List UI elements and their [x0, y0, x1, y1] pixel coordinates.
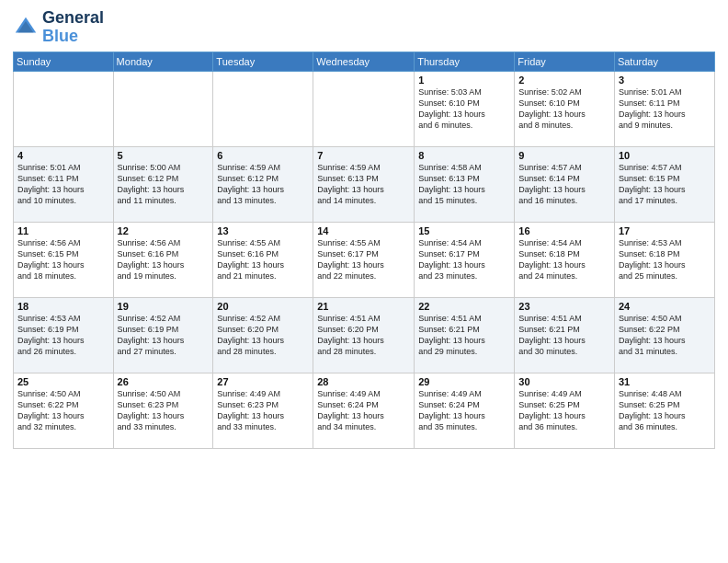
day-info: Sunrise: 4:53 AM Sunset: 6:19 PM Dayligh… [17, 313, 109, 358]
logo-text: General Blue [42, 9, 104, 46]
weekday-friday: Friday [515, 52, 615, 71]
calendar-cell [213, 71, 313, 146]
day-number: 20 [217, 301, 309, 312]
day-number: 30 [518, 376, 610, 387]
calendar-cell: 21Sunrise: 4:51 AM Sunset: 6:20 PM Dayli… [313, 297, 415, 373]
calendar-cell: 20Sunrise: 4:52 AM Sunset: 6:20 PM Dayli… [213, 297, 313, 373]
calendar-cell: 17Sunrise: 4:53 AM Sunset: 6:18 PM Dayli… [614, 222, 714, 297]
day-number: 23 [518, 301, 610, 312]
week-row-5: 25Sunrise: 4:50 AM Sunset: 6:22 PM Dayli… [14, 373, 715, 448]
day-info: Sunrise: 4:56 AM Sunset: 6:16 PM Dayligh… [118, 237, 210, 282]
day-number: 19 [118, 301, 210, 312]
calendar-cell: 1Sunrise: 5:03 AM Sunset: 6:10 PM Daylig… [415, 71, 515, 146]
calendar-cell: 24Sunrise: 4:50 AM Sunset: 6:22 PM Dayli… [614, 297, 714, 373]
day-info: Sunrise: 4:56 AM Sunset: 6:15 PM Dayligh… [17, 237, 109, 282]
weekday-monday: Monday [113, 52, 213, 71]
day-info: Sunrise: 5:01 AM Sunset: 6:11 PM Dayligh… [619, 86, 711, 132]
day-number: 21 [317, 301, 410, 312]
week-row-1: 1Sunrise: 5:03 AM Sunset: 6:10 PM Daylig… [14, 71, 715, 146]
weekday-thursday: Thursday [415, 52, 515, 71]
calendar-cell: 11Sunrise: 4:56 AM Sunset: 6:15 PM Dayli… [14, 222, 114, 297]
calendar-cell: 18Sunrise: 4:53 AM Sunset: 6:19 PM Dayli… [14, 297, 114, 373]
day-number: 17 [619, 225, 711, 236]
calendar-cell: 22Sunrise: 4:51 AM Sunset: 6:21 PM Dayli… [415, 297, 515, 373]
calendar-cell: 13Sunrise: 4:55 AM Sunset: 6:16 PM Dayli… [213, 222, 313, 297]
weekday-tuesday: Tuesday [213, 52, 313, 71]
calendar-cell [113, 71, 213, 146]
day-info: Sunrise: 4:54 AM Sunset: 6:18 PM Dayligh… [518, 237, 610, 282]
day-number: 16 [518, 225, 610, 236]
calendar-cell: 15Sunrise: 4:54 AM Sunset: 6:17 PM Dayli… [415, 222, 515, 297]
calendar-cell: 10Sunrise: 4:57 AM Sunset: 6:15 PM Dayli… [614, 146, 714, 222]
day-number: 1 [418, 75, 510, 86]
calendar-cell: 23Sunrise: 4:51 AM Sunset: 6:21 PM Dayli… [515, 297, 615, 373]
calendar-cell: 6Sunrise: 4:59 AM Sunset: 6:12 PM Daylig… [213, 146, 313, 222]
day-number: 4 [17, 150, 109, 161]
day-number: 24 [619, 301, 711, 312]
day-info: Sunrise: 4:50 AM Sunset: 6:23 PM Dayligh… [118, 388, 210, 433]
calendar-cell: 14Sunrise: 4:55 AM Sunset: 6:17 PM Dayli… [313, 222, 415, 297]
day-number: 13 [217, 225, 309, 236]
day-info: Sunrise: 4:57 AM Sunset: 6:14 PM Dayligh… [518, 162, 610, 207]
day-info: Sunrise: 5:02 AM Sunset: 6:10 PM Dayligh… [518, 86, 610, 132]
day-number: 27 [217, 376, 309, 387]
day-number: 12 [118, 225, 210, 236]
day-info: Sunrise: 5:00 AM Sunset: 6:12 PM Dayligh… [118, 162, 210, 207]
day-info: Sunrise: 4:59 AM Sunset: 6:12 PM Dayligh… [217, 162, 309, 207]
weekday-saturday: Saturday [614, 52, 714, 71]
day-info: Sunrise: 4:51 AM Sunset: 6:21 PM Dayligh… [418, 313, 510, 358]
day-info: Sunrise: 4:57 AM Sunset: 6:15 PM Dayligh… [619, 162, 711, 207]
day-info: Sunrise: 4:48 AM Sunset: 6:25 PM Dayligh… [619, 388, 711, 433]
day-info: Sunrise: 4:54 AM Sunset: 6:17 PM Dayligh… [418, 237, 510, 282]
day-info: Sunrise: 4:55 AM Sunset: 6:16 PM Dayligh… [217, 237, 309, 282]
day-info: Sunrise: 4:58 AM Sunset: 6:13 PM Dayligh… [418, 162, 510, 207]
day-info: Sunrise: 4:49 AM Sunset: 6:24 PM Dayligh… [418, 388, 510, 433]
day-info: Sunrise: 4:53 AM Sunset: 6:18 PM Dayligh… [619, 237, 711, 282]
day-info: Sunrise: 5:01 AM Sunset: 6:11 PM Dayligh… [17, 162, 109, 207]
weekday-wednesday: Wednesday [313, 52, 415, 71]
day-info: Sunrise: 4:59 AM Sunset: 6:13 PM Dayligh… [317, 162, 410, 207]
day-info: Sunrise: 4:51 AM Sunset: 6:20 PM Dayligh… [317, 313, 410, 358]
calendar-cell: 4Sunrise: 5:01 AM Sunset: 6:11 PM Daylig… [14, 146, 114, 222]
calendar-cell: 30Sunrise: 4:49 AM Sunset: 6:25 PM Dayli… [515, 373, 615, 448]
day-number: 29 [418, 376, 510, 387]
day-info: Sunrise: 4:49 AM Sunset: 6:25 PM Dayligh… [518, 388, 610, 433]
logo-icon [13, 15, 39, 40]
day-info: Sunrise: 4:50 AM Sunset: 6:22 PM Dayligh… [17, 388, 109, 433]
day-number: 8 [418, 150, 510, 161]
day-number: 11 [17, 225, 109, 236]
day-info: Sunrise: 4:52 AM Sunset: 6:19 PM Dayligh… [118, 313, 210, 358]
day-number: 25 [17, 376, 109, 387]
day-info: Sunrise: 4:49 AM Sunset: 6:23 PM Dayligh… [217, 388, 309, 433]
day-number: 3 [619, 75, 711, 86]
calendar-cell: 5Sunrise: 5:00 AM Sunset: 6:12 PM Daylig… [113, 146, 213, 222]
day-number: 10 [619, 150, 711, 161]
day-number: 7 [317, 150, 410, 161]
calendar-cell [313, 71, 415, 146]
calendar-cell [14, 71, 114, 146]
calendar-cell: 27Sunrise: 4:49 AM Sunset: 6:23 PM Dayli… [213, 373, 313, 448]
day-number: 9 [518, 150, 610, 161]
calendar-cell: 29Sunrise: 4:49 AM Sunset: 6:24 PM Dayli… [415, 373, 515, 448]
day-number: 14 [317, 225, 410, 236]
page-container: General Blue SundayMondayTuesdayWednesda… [0, 0, 728, 563]
day-info: Sunrise: 4:55 AM Sunset: 6:17 PM Dayligh… [317, 237, 410, 282]
week-row-3: 11Sunrise: 4:56 AM Sunset: 6:15 PM Dayli… [14, 222, 715, 297]
calendar-cell: 19Sunrise: 4:52 AM Sunset: 6:19 PM Dayli… [113, 297, 213, 373]
week-row-2: 4Sunrise: 5:01 AM Sunset: 6:11 PM Daylig… [14, 146, 715, 222]
day-info: Sunrise: 4:51 AM Sunset: 6:21 PM Dayligh… [518, 313, 610, 358]
day-number: 15 [418, 225, 510, 236]
page-header: General Blue [13, 9, 715, 46]
calendar-table: SundayMondayTuesdayWednesdayThursdayFrid… [13, 52, 715, 449]
calendar-cell: 26Sunrise: 4:50 AM Sunset: 6:23 PM Dayli… [113, 373, 213, 448]
day-info: Sunrise: 4:52 AM Sunset: 6:20 PM Dayligh… [217, 313, 309, 358]
weekday-sunday: Sunday [14, 52, 114, 71]
calendar-cell: 25Sunrise: 4:50 AM Sunset: 6:22 PM Dayli… [14, 373, 114, 448]
day-number: 22 [418, 301, 510, 312]
calendar-cell: 8Sunrise: 4:58 AM Sunset: 6:13 PM Daylig… [415, 146, 515, 222]
day-info: Sunrise: 4:50 AM Sunset: 6:22 PM Dayligh… [619, 313, 711, 358]
week-row-4: 18Sunrise: 4:53 AM Sunset: 6:19 PM Dayli… [14, 297, 715, 373]
calendar-cell: 31Sunrise: 4:48 AM Sunset: 6:25 PM Dayli… [614, 373, 714, 448]
calendar-cell: 28Sunrise: 4:49 AM Sunset: 6:24 PM Dayli… [313, 373, 415, 448]
calendar-cell: 7Sunrise: 4:59 AM Sunset: 6:13 PM Daylig… [313, 146, 415, 222]
